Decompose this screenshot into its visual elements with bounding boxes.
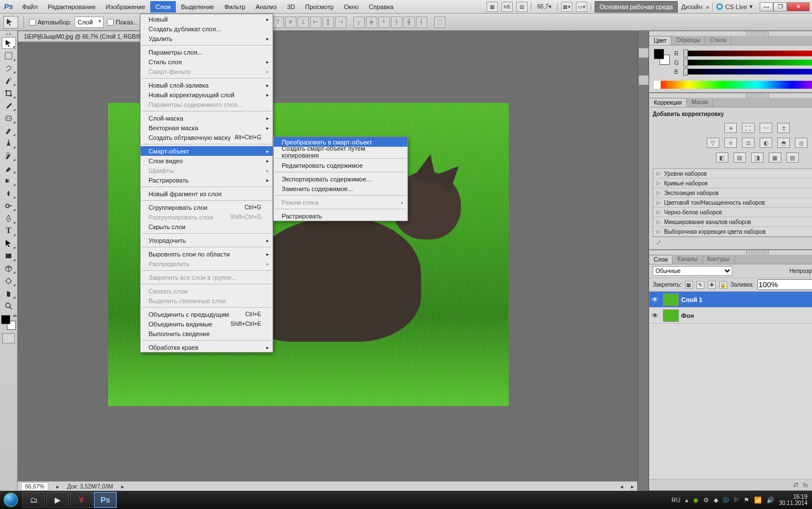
smart-submenu-item-6[interactable]: Заменить содержимое... — [274, 184, 407, 193]
layers-menu-item-13[interactable]: Векторная маска▸ — [141, 123, 273, 133]
adj-threshold-icon[interactable]: ◨ — [751, 152, 764, 163]
adj-expand-icon[interactable]: ⤢ — [656, 239, 661, 246]
status-menu-icon[interactable]: ▸ — [121, 483, 124, 490]
adj-hue-icon[interactable]: ≡ — [724, 138, 737, 148]
layer-fx-icon[interactable]: fx — [803, 482, 808, 489]
preset-row-4[interactable]: ▷Черно-белое наборов — [653, 208, 812, 217]
taskbar-explorer-icon[interactable]: 🗂 — [22, 492, 45, 508]
panel-fg-swatch[interactable] — [654, 49, 664, 59]
layers-menu-item-2[interactable]: Удалить▸ — [141, 34, 273, 43]
tray-security-icon[interactable]: ⚐ — [733, 496, 739, 504]
b-slider[interactable] — [683, 69, 812, 75]
menu-analysis[interactable]: Анализ — [250, 1, 282, 13]
history-brush-tool[interactable] — [2, 150, 16, 162]
layer-thumbnail[interactable] — [663, 293, 679, 306]
move-tool[interactable] — [2, 37, 16, 49]
taskbar-mediaplayer-icon[interactable]: ▶ — [46, 492, 69, 508]
layer-visibility-icon[interactable]: 👁 — [649, 296, 661, 304]
color-spectrum[interactable] — [654, 81, 812, 89]
blend-mode-select[interactable]: Обычные — [653, 266, 732, 276]
crop-tool[interactable] — [2, 87, 16, 99]
layers-menu-item-16[interactable]: Смарт-объект▸ — [141, 146, 273, 156]
lock-brush-icon[interactable]: ✎ — [696, 281, 704, 289]
taskbar-browser-icon[interactable]: Y — [70, 492, 93, 508]
taskbar-clock[interactable]: 16:19 30.11.2014 — [779, 494, 807, 506]
eyedropper-tool[interactable] — [2, 100, 16, 111]
align-right-icon[interactable]: ⊣ — [335, 16, 347, 28]
marquee-tool[interactable] — [2, 49, 16, 61]
auto-select-target[interactable]: Слой — [75, 16, 104, 28]
layers-menu-item-5[interactable]: Стиль слоя▸ — [141, 57, 273, 67]
collapsed-character-icon[interactable] — [638, 75, 649, 85]
align-vcenter-icon[interactable]: ≡ — [285, 16, 296, 28]
adj-vibrance-icon[interactable]: ▽ — [707, 138, 719, 148]
preset-row-2[interactable]: ▷Экспозиция наборов — [653, 188, 812, 198]
adj-exposure-icon[interactable]: ± — [777, 123, 790, 133]
screen-mode-icon[interactable]: ▭▾ — [576, 2, 587, 12]
menu-file[interactable]: Файл — [17, 1, 43, 13]
eraser-tool[interactable] — [2, 162, 16, 174]
zoom-level-display[interactable]: 66,7 ▾ — [535, 3, 553, 10]
distribute-hcenter-icon[interactable]: ╫ — [403, 16, 415, 28]
shape-tool[interactable] — [2, 250, 16, 262]
menu-3d[interactable]: 3D — [282, 1, 300, 13]
tab-adjustments[interactable]: Коррекция — [649, 98, 687, 107]
menu-edit[interactable]: Редактирование — [43, 1, 101, 13]
layers-menu-item-41[interactable]: Обработка краев▸ — [141, 342, 273, 352]
3d-tool[interactable] — [2, 262, 16, 274]
smart-submenu-item-1[interactable]: Создать смарт-объект путем копирования — [274, 147, 407, 156]
layers-menu-item-37[interactable]: Объединить с предыдущимCtrl+E — [141, 309, 273, 319]
layers-menu-item-8[interactable]: Новый слой-заливка▸ — [141, 80, 273, 90]
window-close-button[interactable]: ✕ — [787, 2, 810, 11]
layers-menu-item-27[interactable]: Упорядочить▸ — [141, 235, 273, 245]
current-tool-icon[interactable] — [3, 16, 18, 28]
collapsed-history-icon[interactable] — [638, 48, 649, 58]
zoom-tool[interactable] — [2, 300, 16, 312]
tab-swatches[interactable]: Образцы — [671, 36, 705, 45]
adj-posterize-icon[interactable]: ▤ — [733, 152, 746, 163]
adj-levels-icon[interactable]: ⛶ — [742, 123, 755, 133]
layers-menu-item-1[interactable]: Создать дубликат слоя... — [141, 24, 273, 34]
lasso-tool[interactable] — [2, 62, 16, 74]
quick-select-tool[interactable] — [2, 75, 16, 86]
tab-masks[interactable]: Маски — [687, 98, 713, 107]
tray-show-hidden-icon[interactable]: ▴ — [685, 496, 689, 504]
menu-filter[interactable]: Фильтр — [219, 1, 250, 13]
layers-menu-item-14[interactable]: Создать обтравочную маскуAlt+Ctrl+G — [141, 133, 273, 142]
start-button[interactable] — [0, 491, 22, 509]
preset-row-6[interactable]: ▷Выборочная коррекция цвета наборов — [653, 227, 812, 237]
link-layers-icon[interactable]: ⇄ — [793, 481, 798, 489]
adj-curves-icon[interactable]: 〰 — [760, 123, 772, 133]
layers-menu-item-23[interactable]: Сгруппировать слоиCtrl+G — [141, 202, 273, 212]
preset-row-1[interactable]: ▷Кривые наборов — [653, 179, 812, 188]
layer-visibility-icon[interactable]: 👁 — [649, 312, 661, 320]
status-doc-info[interactable]: Док: 3,52M/7,03M — [67, 483, 113, 490]
auto-select-checkbox[interactable]: Автовыбор: — [29, 19, 71, 26]
g-slider[interactable] — [683, 60, 812, 65]
adj-channelmix-icon[interactable]: ◎ — [795, 138, 807, 148]
distribute-top-icon[interactable]: ┬ — [353, 16, 365, 28]
panel-color-swatches[interactable] — [654, 49, 670, 65]
align-hcenter-icon[interactable]: ║ — [323, 16, 334, 28]
document-tab[interactable]: 1iElPlj6JыарM0.jpg @ 66,7% (Слой 1, RGB/… — [18, 31, 159, 42]
color-swatches[interactable]: ⇄ — [1, 315, 16, 330]
lock-all-icon[interactable]: 🔒 — [719, 281, 727, 289]
tray-app-icon[interactable]: ◆ — [714, 496, 718, 504]
canvas-area[interactable] — [18, 42, 637, 481]
tray-volume-icon[interactable]: 🔊 — [766, 496, 774, 504]
cs-live-button[interactable]: CS Live ▾ — [716, 3, 753, 10]
arrange-documents-icon[interactable]: ▦▾ — [561, 2, 572, 12]
window-restore-button[interactable]: ❐ — [773, 2, 787, 11]
layer-name[interactable]: Фон — [681, 312, 694, 319]
align-bottom-icon[interactable]: ⊥ — [298, 16, 309, 28]
adj-selective-icon[interactable]: ▧ — [786, 152, 799, 163]
tray-nvidia-icon[interactable]: ◉ — [693, 496, 699, 504]
auto-align-icon[interactable]: ⬚ — [434, 16, 446, 28]
tab-color[interactable]: Цвет — [649, 36, 671, 45]
status-arrow-icon[interactable]: ▸ — [56, 483, 59, 490]
tray-lang[interactable]: RU — [671, 496, 681, 503]
tray-flag-icon[interactable]: ⚑ — [744, 496, 749, 504]
mini-bridge-icon[interactable]: Mb — [501, 2, 513, 12]
fill-input[interactable] — [757, 279, 812, 290]
smart-submenu-item-5[interactable]: Экспортировать содержимое... — [274, 174, 407, 184]
